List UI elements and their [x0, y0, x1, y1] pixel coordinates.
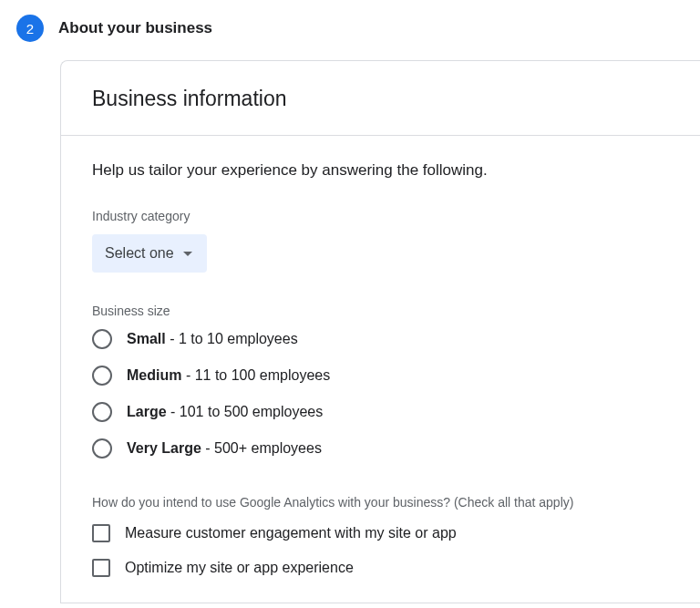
checkbox-label: Measure customer engagement with my site…: [125, 525, 457, 541]
intent-label: How do you intend to use Google Analytic…: [92, 495, 669, 510]
radio-item-small[interactable]: Small - 1 to 10 employees: [92, 329, 669, 349]
step-title: About your business: [58, 19, 212, 37]
checkbox-item-engagement[interactable]: Measure customer engagement with my site…: [92, 524, 669, 542]
radio-circle[interactable]: [92, 402, 112, 422]
industry-dropdown[interactable]: Select one: [92, 234, 207, 273]
chevron-down-icon: [183, 252, 192, 256]
radio-label: Small - 1 to 10 employees: [127, 331, 298, 347]
card-body: Help us tailor your experience by answer…: [61, 136, 700, 603]
intro-text: Help us tailor your experience by answer…: [92, 161, 669, 180]
card-title: Business information: [92, 87, 669, 111]
industry-label: Industry category: [92, 209, 669, 223]
business-info-card: Business information Help us tailor your…: [60, 60, 700, 603]
checkbox-square[interactable]: [92, 524, 110, 542]
step-number-badge: 2: [16, 15, 44, 42]
radio-item-large[interactable]: Large - 101 to 500 employees: [92, 402, 669, 422]
card-header: Business information: [61, 61, 700, 136]
radio-item-very-large[interactable]: Very Large - 500+ employees: [92, 438, 669, 459]
business-size-label: Business size: [92, 304, 669, 318]
radio-label: Very Large - 500+ employees: [127, 440, 322, 457]
radio-item-medium[interactable]: Medium - 11 to 100 employees: [92, 366, 669, 386]
radio-circle[interactable]: [92, 366, 112, 386]
radio-circle[interactable]: [92, 438, 112, 459]
radio-label: Medium - 11 to 100 employees: [127, 367, 330, 384]
checkbox-label: Optimize my site or app experience: [125, 560, 354, 576]
step-header: 2 About your business: [0, 0, 700, 60]
industry-selected: Select one: [105, 245, 174, 262]
checkbox-item-optimize[interactable]: Optimize my site or app experience: [92, 559, 669, 577]
radio-circle[interactable]: [92, 329, 112, 349]
radio-label: Large - 101 to 500 employees: [127, 404, 323, 420]
business-size-group: Small - 1 to 10 employees Medium - 11 to…: [92, 329, 669, 459]
checkbox-square[interactable]: [92, 559, 110, 577]
intent-group: Measure customer engagement with my site…: [92, 524, 669, 577]
